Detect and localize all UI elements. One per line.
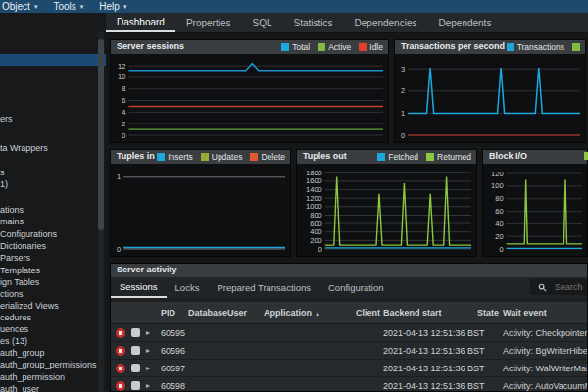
menu-object[interactable]: Object▾ [0, 1, 47, 12]
legend-swatch [157, 153, 165, 161]
menu-tools[interactable]: Tools▾ [47, 1, 93, 12]
menu-help[interactable]: Help▾ [93, 1, 136, 12]
tab-dependents[interactable]: Dependents [427, 13, 502, 32]
session-row[interactable]: ▸605982021-04-13 12:51:36 BSTActivity: A… [111, 377, 587, 392]
tree-item[interactable]: Dictionaries [0, 240, 106, 252]
column-header-backend-start[interactable]: Backend start [383, 308, 477, 318]
column-header-user[interactable]: User [227, 308, 264, 318]
session-row[interactable]: ▸605962021-04-13 12:51:36 BSTActivity: B… [111, 342, 587, 360]
legend: FetchedReturned [377, 152, 471, 162]
cell-pid: 60597 [161, 364, 188, 373]
legend-swatch [250, 153, 258, 161]
tree-item[interactable]: auth_group [0, 347, 106, 359]
panel-title: Transactions per second [401, 41, 505, 51]
cancel-session-button[interactable] [116, 364, 125, 373]
legend-label: Inserts [168, 152, 193, 162]
menubar-items: Object▾Tools▾Help▾ [0, 1, 136, 12]
panel-block-io: Block I/O 020406080100120 [482, 149, 588, 257]
tab-dependencies[interactable]: Dependencies [344, 13, 428, 32]
tab-sessions[interactable]: Sessions [111, 277, 167, 298]
tree-item[interactable]: mains [0, 216, 106, 227]
expand-row-icon[interactable]: ▸ [146, 346, 150, 355]
terminate-session-button[interactable] [131, 346, 140, 355]
tree-item[interactable]: auth_permission [0, 371, 106, 383]
legend-swatch [359, 43, 367, 51]
svg-text:8: 8 [122, 84, 125, 93]
column-header-pid[interactable]: PID [161, 308, 188, 318]
tree-item[interactable] [0, 54, 106, 66]
svg-text:1: 1 [401, 109, 405, 118]
search-input[interactable] [553, 281, 588, 293]
tree-item[interactable]: uences [0, 323, 106, 335]
legend-label: Updates [212, 152, 243, 162]
tree-item[interactable]: Parsers [0, 252, 106, 264]
panel-title: Block I/O [489, 151, 527, 161]
tab-locks[interactable]: Locks [167, 277, 209, 298]
tab-statistics[interactable]: Statistics [283, 13, 344, 32]
column-header-wait-event[interactable]: Wait event [503, 308, 588, 318]
column-header-database[interactable]: Database [188, 308, 227, 318]
tab-configuration[interactable]: Configuration [319, 277, 393, 298]
main-tabs: DashboardPropertiesSQLStatisticsDependen… [106, 13, 588, 33]
tree-item[interactable]: ta Wrappers [0, 142, 106, 154]
session-row[interactable]: ▸605952021-04-13 12:51:36 BSTActivity: C… [111, 324, 587, 342]
tab-dashboard[interactable]: Dashboard [106, 13, 175, 32]
legend-swatch [584, 152, 588, 160]
cell-wait-event: Activity: WalWriterMain [503, 364, 588, 373]
cancel-session-button[interactable] [116, 346, 125, 356]
tab-sql[interactable]: SQL [242, 13, 283, 32]
tree-item[interactable]: cedures [0, 312, 106, 323]
tree-item[interactable]: ctions [0, 288, 106, 300]
panel-header: Tuples in InsertsUpdatesDelete [111, 150, 290, 164]
terminate-session-button[interactable] [131, 328, 140, 337]
legend-entry: Updates [201, 152, 243, 162]
tab-prepared-transactions[interactable]: Prepared Transactions [208, 277, 319, 298]
column-header-state[interactable]: State [477, 308, 503, 318]
svg-text:3: 3 [401, 65, 405, 74]
session-row[interactable]: ▸605972021-04-13 12:51:36 BSTActivity: W… [111, 360, 587, 377]
tab-properties[interactable]: Properties [175, 13, 242, 32]
cancel-session-button[interactable] [116, 328, 125, 338]
expand-row-icon[interactable]: ▸ [146, 328, 150, 337]
svg-text:0: 0 [499, 245, 503, 254]
legend-entry: Delete [250, 152, 285, 162]
menu-label: Object [2, 1, 30, 12]
tree-item[interactable]: auth_group_permissions [0, 359, 106, 370]
panel-transactions-per-second: Transactions per second Transactions 012… [394, 39, 586, 143]
tree-item[interactable]: ign Tables [0, 276, 106, 288]
tree-item[interactable]: s [0, 167, 106, 178]
terminate-session-button[interactable] [131, 381, 140, 390]
cell-backend-start: 2021-04-13 12:51:36 BST [383, 328, 477, 338]
expand-row-icon[interactable]: ▸ [146, 364, 150, 372]
terminate-session-button[interactable] [131, 364, 140, 372]
transactions-chart: 0123 [395, 54, 583, 142]
column-header-application[interactable]: Application▲ [264, 308, 356, 318]
cancel-session-button[interactable] [116, 381, 125, 391]
svg-text:1: 1 [117, 172, 121, 181]
tree-item[interactable]: ers [0, 113, 106, 124]
tree-item[interactable]: auth_user [0, 383, 106, 392]
legend-entry: Transactions [507, 42, 564, 52]
tree-item[interactable]: Configurations [0, 228, 106, 240]
tree-item[interactable]: ations [0, 204, 106, 216]
legend-label: Transactions [517, 42, 564, 52]
cell-wait-event: Activity: CheckpointerMain [503, 328, 588, 338]
cell-backend-start: 2021-04-13 12:51:36 BST [383, 346, 477, 356]
panel-title: Tuples out [303, 151, 347, 161]
svg-text:1600: 1600 [306, 176, 322, 185]
tree-item[interactable]: 1) [0, 178, 106, 190]
svg-text:20: 20 [495, 232, 503, 241]
row-actions: ▸ [114, 328, 161, 338]
search-icon [538, 283, 547, 292]
tree-item[interactable]: es (13) [0, 335, 106, 347]
block-io-chart: 020406080100120 [483, 164, 585, 256]
legend [584, 152, 588, 160]
tree-item[interactable]: Templates [0, 265, 106, 276]
tree-item[interactable]: erialized Views [0, 300, 106, 312]
sidebar-scrollbar-thumb[interactable] [98, 39, 104, 230]
search-box[interactable] [530, 279, 588, 295]
column-header-client[interactable]: Client [356, 308, 383, 318]
svg-text:1200: 1200 [306, 194, 322, 203]
svg-text:800: 800 [310, 211, 322, 220]
expand-row-icon[interactable]: ▸ [146, 381, 150, 390]
